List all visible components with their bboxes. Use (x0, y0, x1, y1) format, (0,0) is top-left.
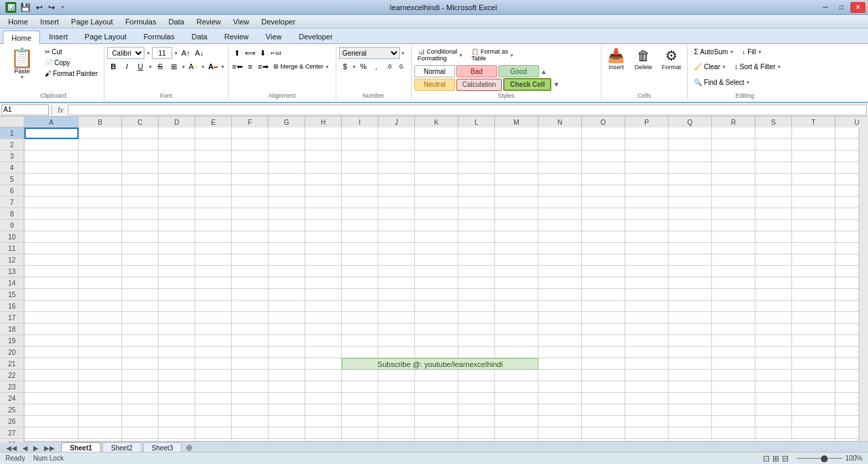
cell-J25[interactable] (378, 404, 415, 416)
cell-I2[interactable] (342, 139, 378, 151)
cell-A15[interactable] (24, 289, 79, 301)
cell-G14[interactable] (269, 277, 305, 289)
col-header-K[interactable]: K (415, 117, 458, 128)
align-left-button[interactable]: ≡⬅ (231, 60, 243, 73)
cell-P15[interactable] (625, 289, 669, 301)
row-header-10[interactable]: 10 (0, 231, 24, 243)
cell-Q6[interactable] (669, 185, 712, 197)
cell-J19[interactable] (378, 335, 415, 347)
page-layout-view-button[interactable]: ⊞ (772, 454, 779, 463)
cell-M26[interactable] (495, 416, 538, 427)
cell-T9[interactable] (792, 220, 835, 231)
cell-A20[interactable] (24, 347, 79, 358)
cell-S25[interactable] (755, 404, 792, 416)
cell-G10[interactable] (269, 231, 305, 243)
cell-P19[interactable] (625, 335, 669, 347)
cell-C11[interactable] (122, 243, 159, 254)
cell-J11[interactable] (378, 243, 415, 254)
align-right-button[interactable]: ≡➡ (257, 60, 269, 73)
cell-J27[interactable] (378, 427, 415, 439)
menu-home[interactable]: Home (3, 17, 33, 26)
cell-E9[interactable] (195, 220, 232, 231)
cell-B14[interactable] (79, 277, 122, 289)
cell-Q27[interactable] (669, 427, 712, 439)
cell-M27[interactable] (495, 427, 538, 439)
cell-B17[interactable] (79, 312, 122, 324)
cell-A1[interactable] (24, 128, 79, 139)
cell-D21[interactable] (159, 358, 195, 370)
cell-P3[interactable] (625, 151, 669, 162)
cell-E25[interactable] (195, 404, 232, 416)
cell-J15[interactable] (378, 289, 415, 301)
cell-L5[interactable] (458, 174, 495, 185)
cell-E23[interactable] (195, 381, 232, 393)
cell-R16[interactable] (712, 301, 755, 312)
cell-J3[interactable] (378, 151, 415, 162)
cell-B3[interactable] (79, 151, 122, 162)
cell-R12[interactable] (712, 254, 755, 266)
row-header-4[interactable]: 4 (0, 162, 24, 174)
cell-C3[interactable] (122, 151, 159, 162)
increase-font-button[interactable]: A↑ (180, 47, 192, 59)
cell-I3[interactable] (342, 151, 378, 162)
col-header-C[interactable]: C (122, 117, 159, 128)
col-header-F[interactable]: F (232, 117, 269, 128)
cell-O15[interactable] (582, 289, 625, 301)
cell-T10[interactable] (792, 231, 835, 243)
cell-S27[interactable] (755, 427, 792, 439)
cell-L26[interactable] (458, 416, 495, 427)
cell-C28[interactable] (122, 439, 159, 442)
cell-E4[interactable] (195, 162, 232, 174)
cell-J5[interactable] (378, 174, 415, 185)
cell-P12[interactable] (625, 254, 669, 266)
cell-U8[interactable] (835, 208, 859, 220)
close-button[interactable]: ✕ (850, 2, 865, 13)
cell-I19[interactable] (342, 335, 378, 347)
sort-filter-button[interactable]: ↕ Sort & Filter ▼ (731, 62, 785, 72)
cell-G18[interactable] (269, 324, 305, 335)
cell-K12[interactable] (415, 254, 458, 266)
cell-M12[interactable] (495, 254, 538, 266)
cell-B22[interactable] (79, 370, 122, 381)
cell-Q24[interactable] (669, 393, 712, 404)
cell-D3[interactable] (159, 151, 195, 162)
cell-S6[interactable] (755, 185, 792, 197)
cell-N9[interactable] (538, 220, 582, 231)
cell-O5[interactable] (582, 174, 625, 185)
cell-S4[interactable] (755, 162, 792, 174)
cell-R1[interactable] (712, 128, 755, 139)
font-name-select[interactable]: Calibri (107, 47, 144, 59)
cell-B27[interactable] (79, 427, 122, 439)
cell-J1[interactable] (378, 128, 415, 139)
cell-O28[interactable] (582, 439, 625, 442)
cell-T23[interactable] (792, 381, 835, 393)
cell-N8[interactable] (538, 208, 582, 220)
cell-H6[interactable] (305, 185, 342, 197)
cell-R20[interactable] (712, 347, 755, 358)
cell-A11[interactable] (24, 243, 79, 254)
cell-H22[interactable] (305, 370, 342, 381)
cell-L28[interactable] (458, 439, 495, 442)
horizontal-scrollbar[interactable]: ◀◀ ◀ ▶ ▶▶ Sheet1 Sheet2 Sheet3 ⊕ (0, 442, 868, 452)
col-header-A[interactable]: A (24, 117, 79, 128)
cell-K15[interactable] (415, 289, 458, 301)
cell-U23[interactable] (835, 381, 859, 393)
cell-I28[interactable] (342, 439, 378, 442)
decrease-font-button[interactable]: A↓ (193, 47, 205, 59)
cell-C6[interactable] (122, 185, 159, 197)
cell-C20[interactable] (122, 347, 159, 358)
cell-Q2[interactable] (669, 139, 712, 151)
style-calculation[interactable]: Calculation (456, 79, 502, 91)
cell-N28[interactable] (538, 439, 582, 442)
cell-R18[interactable] (712, 324, 755, 335)
cell-Q10[interactable] (669, 231, 712, 243)
cell-U28[interactable] (835, 439, 859, 442)
cell-A6[interactable] (24, 185, 79, 197)
cell-E19[interactable] (195, 335, 232, 347)
cell-R15[interactable] (712, 289, 755, 301)
cell-N15[interactable] (538, 289, 582, 301)
cell-Q3[interactable] (669, 151, 712, 162)
cell-U9[interactable] (835, 220, 859, 231)
cell-D2[interactable] (159, 139, 195, 151)
row-header-9[interactable]: 9 (0, 220, 24, 231)
